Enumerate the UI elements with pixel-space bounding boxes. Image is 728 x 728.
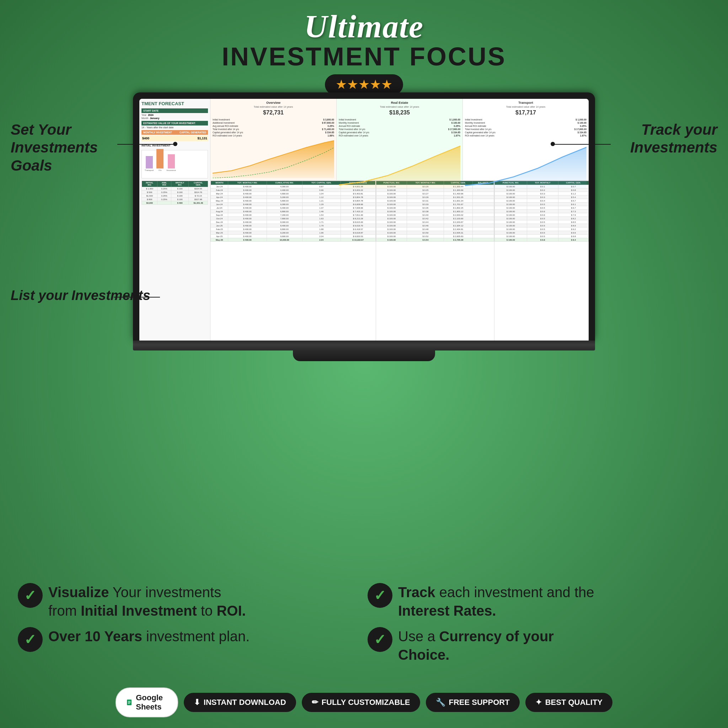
transport-chart-svg: [465, 139, 587, 188]
realestate-value: $18,235: [339, 110, 460, 116]
th-month: MONTH: [211, 181, 228, 185]
month-value: January: [150, 117, 159, 119]
table-row: Jan-25$ 400.008,400.001.79$ 9,016.70: [211, 224, 376, 228]
td: $ 100: [171, 198, 189, 201]
td: $ 100: [171, 194, 189, 198]
td: $ 400.00: [228, 238, 267, 242]
feature-track: ✓ Track each investment and theInterest …: [367, 583, 710, 620]
table-row: $1,5000.25%$ 100$ 72.15: [142, 194, 208, 198]
td: $ 0.38: [407, 210, 444, 213]
th-roi: ANN.ROI: [158, 181, 171, 187]
badge-customizable[interactable]: ✏ FULLY CUSTOMIZABLE: [302, 693, 420, 712]
td: $ 500: [142, 191, 158, 194]
table-row: $ 100.00$ 0.6$ 7.9: [494, 213, 589, 217]
table-row: $ 100.00$ 0.33$ 1,701.67: [376, 203, 494, 206]
td: $ 1,701.67: [444, 203, 473, 206]
tr-row-4: Total Invested after 14 yrs$ 17,800.00: [465, 128, 587, 130]
tr-row-2: Monthly Investment$ 100.00: [465, 122, 587, 124]
td: $ 0.27: [407, 192, 444, 196]
checkmark-2: ✓: [374, 587, 386, 604]
star-3: ★: [358, 77, 370, 92]
td: $ 0.2: [527, 188, 558, 192]
td: $ 7.3: [558, 210, 589, 213]
overview-row-5: Capital generated after 14 yrs$ 334.65: [213, 131, 334, 134]
feature-text-4: Use a Currency of yourChoice.: [398, 627, 554, 664]
laptop-base: [133, 341, 595, 350]
table-row: Jun-24$ 400.006,000.001.29$ 6,608.66: [211, 203, 376, 206]
td: $ 2,605.83: [444, 235, 473, 238]
td: $ 100.00: [494, 238, 527, 242]
td: 8,000.00: [267, 220, 302, 224]
td: $ 400.00: [228, 228, 267, 231]
table-row: $ 5000.25%$ 100$314.76: [142, 191, 208, 194]
badge-instant-download[interactable]: ⬇ INSTANT DOWNLOAD: [184, 693, 296, 712]
transport-title: Transport: [465, 101, 587, 104]
td: $ 7,811.00: [341, 213, 375, 217]
bar-insurance-bar: [168, 154, 175, 168]
badge-google-sheets[interactable]: Google Sheets: [116, 687, 178, 717]
td: May-25: [211, 238, 228, 242]
table-row: $ 100.00$ 0.5$ 9.2: [494, 228, 589, 231]
td: $ 400.00: [228, 220, 267, 224]
google-sheets-icon: [126, 697, 132, 708]
feature-text-1: Visualize Your investmentsfrom Initial I…: [48, 583, 246, 620]
td: Jan-25: [211, 224, 228, 228]
overview-chart: [213, 139, 334, 178]
td: $1,500: [142, 194, 158, 198]
th-tot-monthly: TOT. MONTHLY INV.: [228, 181, 267, 185]
td: $ 0.42: [407, 217, 444, 220]
td: Feb-24: [211, 188, 228, 192]
table-row: Oct-24$ 400.007,800.001.63$ 8,213.29: [211, 217, 376, 220]
td: $ 1,501.25: [444, 196, 473, 199]
table-row: $ 100.00$ 0.48$ 2,404.81: [376, 228, 494, 231]
td: $ 100.00: [494, 231, 527, 235]
overview-subtitle: Total estimated value after 14 years: [213, 106, 334, 108]
table-row: $ 100.00$ 0.25$ 1,300.69: [376, 188, 494, 192]
overview-value: $72,731: [213, 110, 334, 116]
td: 9,600.00: [267, 235, 302, 238]
badge-quality[interactable]: ✦ BEST QUALITY: [525, 693, 612, 712]
table-row: $ 1,0000.25%$ 100$334.55: [142, 187, 208, 191]
re-row-4: Total Invested after 14 yrs$ 17,900.00: [339, 128, 460, 130]
td: 10,000.00: [267, 238, 302, 242]
month-row: Month January: [141, 117, 208, 119]
overview-row-3: Avg annual ROI estimate0.25%: [213, 125, 334, 127]
td: $ 100.00: [494, 213, 527, 217]
td: $ 10,222.67: [341, 238, 375, 242]
td: $ 100.00: [376, 217, 407, 220]
table-row: Aug-24$ 400.006,800.001.46$ 7,415.12: [211, 210, 376, 213]
year-value: 2024: [148, 114, 154, 116]
td: $ 400.00: [228, 213, 267, 217]
td: $ 400.00: [228, 185, 267, 188]
table-row: $ 100.00$ 0.3$ 5.4: [494, 196, 589, 199]
monthly-data-table: MONTH TOT. MONTHLY INV. CUMULATIVE INV. …: [210, 180, 376, 242]
td: 0.96: [302, 188, 341, 192]
td: $ 100.00: [494, 196, 527, 199]
td: [473, 192, 494, 196]
td: $ 0.5: [527, 235, 558, 238]
table-row: Feb-25$ 400.008,800.001.88$ 6,418.57: [211, 228, 376, 231]
feature-text-3: Over 10 Years investment plan.: [48, 627, 249, 645]
quality-icon: ✦: [535, 698, 542, 707]
svg-marker-0: [213, 141, 334, 178]
td: $ 100.00: [376, 203, 407, 206]
td: $ 400.00: [228, 231, 267, 235]
overview-row-6: ROI estimated over 14 years1.88%: [213, 135, 334, 137]
td: $ 1,400.96: [444, 192, 473, 196]
td: 1.63: [302, 217, 341, 220]
td: $ 100.00: [494, 203, 527, 206]
bar-insurance: Insurance: [166, 154, 176, 171]
realestate-chart-svg: [339, 139, 460, 188]
td: $ 0.5: [527, 203, 558, 206]
td: May-24: [211, 199, 228, 203]
td: $ 0.46: [407, 224, 444, 228]
td: $ 400.00: [228, 188, 267, 192]
laptop-screen: TMENT FORECAST START DATE Year 2024 Mont…: [139, 99, 589, 341]
badge-support[interactable]: 🔧 FREE SUPPORT: [426, 693, 520, 712]
table-row: $ 8000.25%$ 100$327.98: [142, 198, 208, 201]
year-row: Year 2024: [141, 114, 208, 116]
svg-rect-6: [128, 703, 130, 704]
td: [473, 206, 494, 210]
td: $ 5,403.81: [341, 192, 375, 196]
td: $334.55: [189, 187, 208, 191]
